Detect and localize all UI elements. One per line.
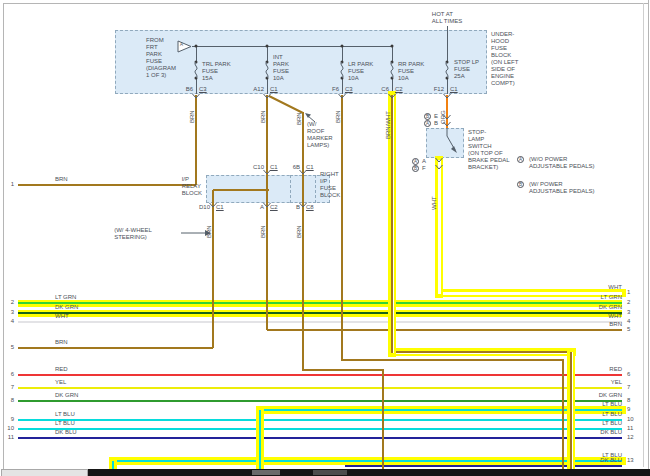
connector-b6: B6 xyxy=(186,86,193,93)
junction-dot xyxy=(195,61,198,64)
stop-lamp-switch-box xyxy=(426,128,464,158)
wire-label-brn-d10: BRN xyxy=(206,214,213,238)
wire-label-brn-b6: BRN xyxy=(189,99,196,123)
legend-circle-b: B xyxy=(517,181,524,188)
wire-segment xyxy=(303,369,384,371)
row-label: LT BLU xyxy=(602,411,622,418)
wire-segment xyxy=(266,95,268,330)
row-label: WHT xyxy=(608,313,622,320)
wire-segment xyxy=(302,112,304,371)
four-wheel-steering-note: (W/ 4-WHEEL STEERING) xyxy=(114,227,152,241)
rr-park-fuse-label: RR PARK FUSE 10A xyxy=(398,61,424,82)
junction-dot xyxy=(391,77,394,80)
underhood-fuse-block-label: UNDER- HOOD FUSE BLOCK (ON LEFT SIDE OF … xyxy=(491,31,518,87)
wire-row xyxy=(18,419,622,421)
wire-label-brn-b: BRN xyxy=(296,214,303,238)
row-number: 11 xyxy=(627,425,633,432)
row-label: LT BLU xyxy=(602,401,622,408)
row-label: BRN xyxy=(55,339,68,346)
junction-dot xyxy=(446,61,449,64)
wire-row xyxy=(18,374,622,376)
wire-segment xyxy=(439,292,622,295)
frame-right-inner xyxy=(643,3,644,467)
circle-a-upper: A xyxy=(424,120,431,127)
int-park-fuse-label: INT PARK FUSE 10A xyxy=(273,54,289,82)
wire-label-brn-a: BRN xyxy=(260,214,267,238)
wire-segment xyxy=(345,465,622,467)
connector-c10-c1: C1 xyxy=(270,164,278,171)
row-number: 13 xyxy=(627,457,634,464)
wire-segment xyxy=(562,360,564,469)
row-label: DK BLU xyxy=(600,457,622,464)
wire-row xyxy=(18,437,622,439)
row-number: 5 xyxy=(627,326,630,333)
junction-dot xyxy=(341,45,344,48)
wire-label-brn-f6: BRN xyxy=(335,99,342,123)
pin-upper-e: E xyxy=(434,113,438,120)
circle-b-upper: B xyxy=(424,113,431,120)
row-number: 1 xyxy=(627,289,630,296)
row-label: DK BLU xyxy=(55,429,77,436)
junction-dot xyxy=(195,77,198,80)
row-number: 7 xyxy=(11,384,14,391)
row-number: 9 xyxy=(11,416,14,423)
ip-relay-block-label: I/P RELAY BLOCK xyxy=(182,176,202,197)
connector-6b: 6B xyxy=(293,164,300,171)
scrollbar-thumb[interactable] xyxy=(252,470,280,475)
circuit-line xyxy=(342,78,343,94)
pin-lower-f: F xyxy=(422,165,426,172)
junction-dot xyxy=(391,61,394,64)
row-number: 8 xyxy=(11,397,14,404)
circle-b-lower: B xyxy=(412,165,419,172)
circuit-line xyxy=(447,26,448,62)
wire-segment xyxy=(259,410,261,469)
connector-c6-c2: C2 xyxy=(395,86,403,93)
wire-label-brn-branch: BRN xyxy=(296,101,303,125)
row-number: 6 xyxy=(11,371,14,378)
wire-row xyxy=(18,387,622,389)
connector-6b-c1: C1 xyxy=(306,164,314,171)
row-number: 1 xyxy=(11,181,14,188)
connector-d10: D10 xyxy=(199,204,210,211)
row-label: LT BLU xyxy=(55,420,75,427)
circuit-line xyxy=(192,46,392,47)
row-label: LT GRN xyxy=(601,294,622,301)
row-number: 11 xyxy=(8,434,14,441)
row-label: DK BLU xyxy=(600,429,622,436)
junction-dot xyxy=(266,61,269,64)
pin-upper-b: B xyxy=(434,120,438,127)
connector-f12: F12 xyxy=(434,86,444,93)
row-number: 12 xyxy=(627,434,634,441)
row-number: 9 xyxy=(627,406,630,413)
right-ip-fuse-block-label: RIGHT I/P FUSE BLOCK xyxy=(320,171,340,199)
wire-label-brnwht: BRN/WHT xyxy=(385,99,392,139)
pin-lower-a: A xyxy=(422,158,426,165)
wire-segment xyxy=(570,352,572,469)
connector-d10-c1: C1 xyxy=(216,204,224,211)
junction-dot xyxy=(195,45,198,48)
scrollbar-thumb[interactable] xyxy=(313,470,347,475)
wire-row xyxy=(18,400,622,402)
row-label: DK GRN xyxy=(599,392,622,399)
row-label: YEL xyxy=(55,379,66,386)
row-label: LT GRN xyxy=(55,294,76,301)
row-number: 10 xyxy=(7,425,14,432)
junction-dot xyxy=(391,45,394,48)
frame-left xyxy=(3,3,4,469)
row-number: 4 xyxy=(11,318,14,325)
connector-a12-c1: C1 xyxy=(270,86,278,93)
circuit-line xyxy=(267,78,268,94)
row-number: 3 xyxy=(627,309,630,316)
wire-segment xyxy=(341,95,343,361)
wire-label-wht: WHT xyxy=(431,186,438,210)
stop-lp-fuse-label: STOP LP FUSE 25A xyxy=(454,59,479,80)
wire-row xyxy=(18,302,622,304)
circuit-line xyxy=(196,78,197,94)
row-label: LT BLU xyxy=(602,420,622,427)
row-label: LT BLU xyxy=(55,411,75,418)
circuit-line xyxy=(447,78,448,94)
legend-b-note: (W/ POWER ADJUSTABLE PEDALS) xyxy=(529,181,595,195)
row-number: 6 xyxy=(627,371,630,378)
trl-park-fuse-label: TRL PARK FUSE 15A xyxy=(202,61,231,82)
connector-f12-c1: C1 xyxy=(450,86,458,93)
